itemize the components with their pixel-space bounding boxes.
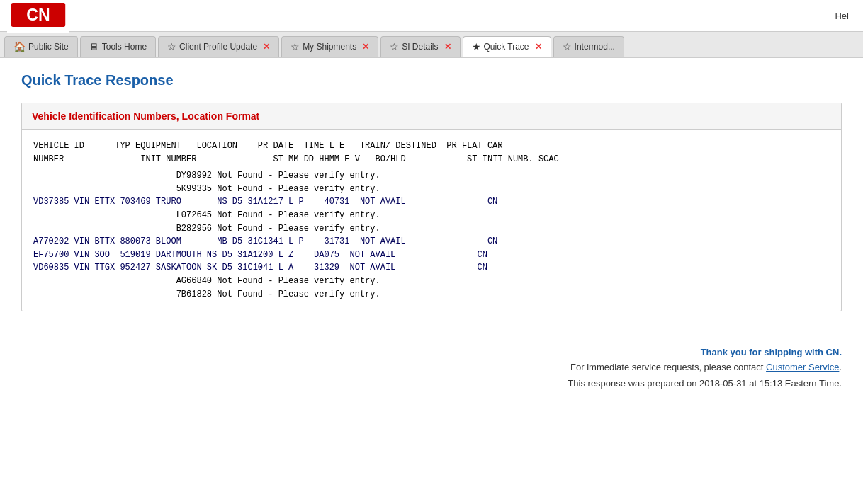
tab-quick-trace-label: Quick Trace [484,42,529,52]
result-box-body: VEHICLE ID TYP EQUIPMENT LOCATION PR DAT… [22,130,841,311]
quick-trace-icon: ★ [472,41,481,52]
my-shipments-icon: ☆ [291,41,300,52]
svg-text:CN: CN [26,5,50,23]
tab-client-profile-label: Client Profile Update [179,42,257,52]
logo-container: CN [7,0,69,33]
footer-contact-text: For immediate service requests, please c… [570,362,766,372]
tab-public-site-label: Public Site [28,42,69,52]
tab-intermodal-label: Intermod... [575,42,615,52]
tab-tools-home[interactable]: 🖥 Tools Home [80,36,156,57]
table-header-1: VEHICLE ID TYP EQUIPMENT LOCATION PR DAT… [33,141,830,166]
public-site-icon: 🏠 [13,41,26,52]
tab-quick-trace[interactable]: ★ Quick Trace ✕ [463,36,551,58]
cn-logo: CN [10,1,67,28]
client-profile-close[interactable]: ✕ [263,42,270,52]
customer-service-link[interactable]: Customer Service [766,362,839,372]
row-ag66840: AG66840 Not Found - Please verify entry.… [33,276,380,299]
result-box: Vehicle Identification Numbers, Location… [21,103,842,311]
footer-contact: For immediate service requests, please c… [21,362,842,372]
row-a770202: A770202 VIN BTTX 880073 BLOOM MB D5 31C1… [33,236,497,246]
tab-my-shipments-label: My Shipments [303,42,356,52]
tab-my-shipments[interactable]: ☆ My Shipments ✕ [281,36,378,57]
trace-output: VEHICLE ID TYP EQUIPMENT LOCATION PR DAT… [33,139,830,301]
help-label: Hel [835,11,856,21]
row-vd37385: VD37385 VIN ETTX 703469 TRURO NS D5 31A1… [33,197,497,207]
intermodal-icon: ☆ [563,41,572,52]
si-details-close[interactable]: ✕ [444,42,451,52]
tab-public-site[interactable]: 🏠 Public Site [4,36,78,57]
footer: Thank you for shipping with CN. For imme… [0,326,863,403]
footer-period: . [839,362,842,372]
tab-si-details[interactable]: ☆ SI Details ✕ [380,36,460,57]
tools-home-icon: 🖥 [89,41,99,52]
tab-tools-home-label: Tools Home [102,42,147,52]
row-l072645: L072645 Not Found - Please verify entry.… [33,210,380,234]
my-shipments-close[interactable]: ✕ [362,42,369,52]
app-header: CN Hel [0,0,863,32]
row-dy98992: DY98992 Not Found - Please verify entry.… [33,171,380,194]
nav-tabs: 🏠 Public Site 🖥 Tools Home ☆ Client Prof… [0,32,863,58]
client-profile-icon: ☆ [167,41,176,52]
footer-timestamp: This response was prepared on 2018-05-31… [21,378,842,389]
footer-thanks: Thank you for shipping with CN. [21,347,842,357]
page-title: Quick Trace Response [21,72,842,88]
tab-client-profile[interactable]: ☆ Client Profile Update ✕ [158,36,279,57]
row-ef75700: EF75700 VIN SOO 519019 DARTMOUTH NS D5 3… [33,250,487,260]
tab-intermodal[interactable]: ☆ Intermod... [553,36,624,57]
quick-trace-close[interactable]: ✕ [535,42,542,52]
result-box-header: Vehicle Identification Numbers, Location… [22,103,841,130]
main-content: Quick Trace Response Vehicle Identificat… [0,58,863,326]
row-vd60835: VD60835 VIN TTGX 952427 SASKATOON SK D5 … [33,263,487,273]
tab-si-details-label: SI Details [402,42,438,52]
si-details-icon: ☆ [390,41,399,52]
